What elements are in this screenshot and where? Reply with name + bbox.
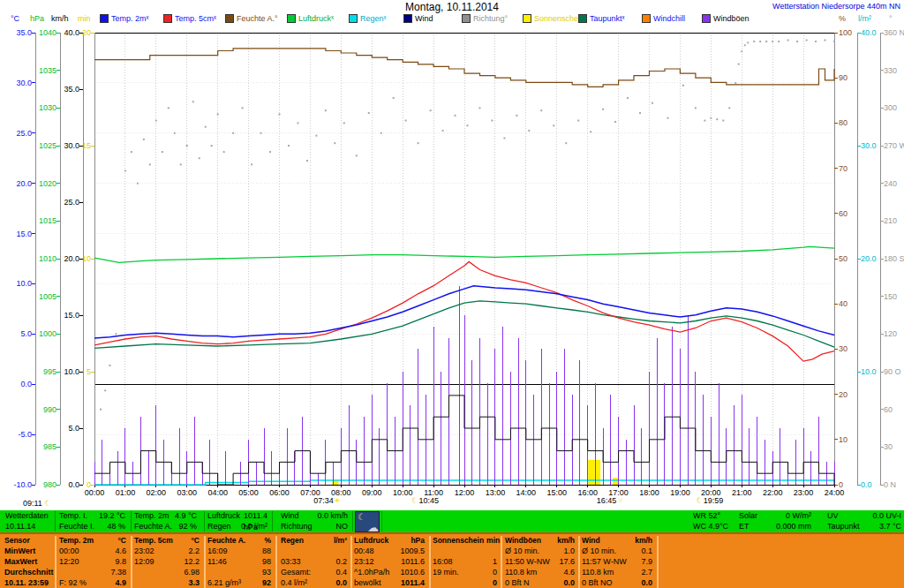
stats-row-label: 11:57 W-NW (582, 556, 627, 567)
status-label: Wind (281, 510, 299, 521)
axis-tick-label: 270 W (884, 141, 904, 150)
axis-tick-label: 60 (839, 209, 848, 218)
stats-separator (429, 536, 431, 588)
stats-header-name: Sensor (4, 535, 30, 546)
status-value: 0.0 UV-I (872, 510, 901, 521)
axis-tick-label: 1020 (39, 179, 56, 188)
marker-time: 10:45 (418, 496, 439, 505)
status-row: Temp. 2m4.9 °C (134, 510, 197, 521)
stats-row-label: 110.8 km (505, 567, 537, 577)
x-tick-label: 03:00 (177, 488, 197, 497)
stats-separator (131, 536, 132, 588)
stats-separator (350, 536, 352, 588)
stats-row-value: 1011.6 (401, 556, 425, 567)
status-label: Taupunkt (827, 521, 860, 531)
stats-row: 110.8 km4.6 (505, 567, 575, 577)
x-tick-label: 09:00 (362, 488, 382, 497)
status-row: UV0.0 UV-I (827, 510, 901, 521)
status-label: Feuchte A. (134, 521, 172, 531)
axis-tick-label: -10.0 (13, 480, 32, 489)
axis-tick-label: 0.0 (68, 480, 79, 489)
stats-header-name: Wind (582, 535, 600, 546)
stats-row: 11:57 W-NW7.9 (582, 556, 652, 567)
axis-hpa: 9809859909951000100510101015102010251030… (39, 28, 60, 489)
status-value: NO (336, 521, 349, 531)
axis-tick-label: 10.0 (64, 367, 79, 376)
axis-tick-label: 5 (87, 367, 91, 376)
stats-column: Windkm/hØ 10 min.0.111:57 W-NW7.9110.8 k… (582, 535, 652, 588)
statistics-table: SensorMinWertMaxWertDurchschnitt10.11. 2… (0, 532, 904, 588)
axis-tick-label: 80 (839, 118, 848, 127)
axis-tick-label: 15 (82, 141, 91, 150)
axis-tick-label: 30.0 (861, 141, 877, 150)
status-value: 0 W/m² (786, 510, 811, 521)
stats-row-value: 7.9 (641, 556, 652, 567)
stats-row: 03:330.2 (281, 556, 347, 567)
stats-header-row: Sonnenscheinmin (433, 535, 497, 546)
stats-header-name: Temp. 5cm (134, 535, 173, 546)
status-value: 19.2 °C (99, 510, 125, 521)
axis-tick-label: 40.0 (861, 28, 877, 37)
series-luftdruck (94, 246, 834, 262)
series-sonnenschein (332, 460, 619, 485)
stats-row-label: Gesamt: (281, 567, 311, 577)
x-tick-label: 14:00 (516, 488, 537, 497)
x-tick-label: 24:00 (825, 488, 845, 497)
status-value: 3.7 °C (879, 521, 901, 531)
stats-row (281, 546, 347, 556)
stats-header-unit: km/h (635, 535, 652, 546)
stats-row: 23:121011.6 (354, 556, 425, 567)
stats-row-label: 19 min. (433, 567, 459, 577)
stats-header-unit: hPa (411, 535, 425, 546)
axis-tick-label: 90 (839, 73, 848, 82)
moon-icon: ☾ (697, 496, 704, 505)
status-row: Luftdruck1011.4 hPa (207, 510, 267, 521)
stats-row-value: 4.6 (115, 546, 126, 556)
stats-row-value: 1009.5 (400, 546, 425, 556)
stats-row-value: 93 (262, 567, 271, 577)
stats-header-row: LuftdruckhPa (354, 535, 425, 546)
stats-row: Gesamt:0.4 (281, 567, 347, 577)
axis-tick-label: 330 (884, 66, 897, 75)
status-row: RichtungNO (281, 521, 348, 531)
stats-row-label: 23:12 (354, 556, 374, 567)
stats-row-label: 00:00 (59, 546, 79, 556)
stats-row-value: 92 (262, 577, 271, 588)
status-label: ET (739, 521, 750, 531)
x-tick-label: 19:00 (670, 488, 690, 497)
status-label: Temp. 2m (134, 510, 170, 521)
axis-tick-label: 0.0 (20, 380, 32, 388)
stats-header-name: Feuchte A. (207, 535, 245, 546)
axis-tick-label: 70 (839, 164, 848, 173)
stats-row-value: 0.4 (335, 567, 347, 577)
status-cell: Temp. 2m4.9 °CFeuchte A.92 % (134, 510, 197, 531)
axis-tick-label: 15.0 (64, 311, 79, 320)
stats-row-value: 1 (493, 556, 497, 567)
x-tick-label: 18:00 (639, 488, 659, 497)
status-label: Luftdruck (207, 510, 240, 521)
stats-header-name: Luftdruck (354, 535, 388, 546)
stats-row: 0.4 l/m²0.0 (281, 577, 347, 588)
stats-row-label: 12:09 (134, 556, 154, 567)
stats-header-name: Temp. 2m (59, 535, 94, 546)
stats-header-unit: °C (191, 535, 200, 546)
stats-row-label: Durchschnitt (4, 567, 54, 577)
stats-row-value: 0 (493, 567, 497, 577)
app-window: Montag, 10.11.2014 Wetterstation Nieders… (0, 0, 904, 588)
stats-row-value: 1010.6 (400, 567, 425, 577)
stats-row-value: 4.6 (563, 567, 575, 577)
stats-header-row: Sensor (4, 535, 53, 546)
stats-row-value: 1.0 (563, 546, 575, 556)
stats-row-label: Ø 10 min. (582, 546, 616, 556)
axis-tick-label: 25.0 (64, 198, 79, 207)
status-row: Temp. I.19.2 °C (59, 510, 125, 521)
stats-header-row: Temp. 2m°C (59, 535, 126, 546)
status-row: Solar0 W/m² (739, 510, 811, 521)
status-label: UV (827, 510, 839, 521)
stats-header-row: Regenl/m² (281, 535, 347, 546)
axis-tick-label: 40.0 (64, 28, 79, 37)
axis-tick-label: 1015 (39, 216, 56, 225)
stats-row: 7.38 (59, 567, 126, 577)
status-separator (55, 511, 56, 531)
status-separator (131, 511, 132, 531)
